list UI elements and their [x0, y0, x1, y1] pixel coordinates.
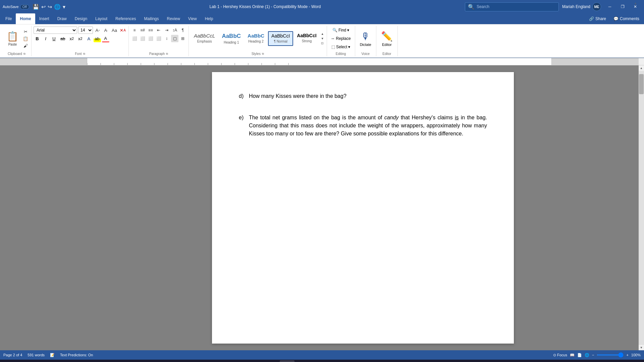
font-case-button[interactable]: Aa — [111, 26, 118, 34]
store-button[interactable]: 🛍 — [172, 360, 186, 362]
styles-expand-button[interactable]: ⊡ — [320, 41, 325, 45]
format-painter-button[interactable]: 🖌 — [22, 42, 29, 49]
tab-help[interactable]: Help — [201, 13, 217, 24]
line-spacing-button[interactable]: ↕ — [163, 35, 170, 42]
editor-button[interactable]: ✏️ Editor — [378, 29, 395, 48]
comments-button[interactable]: 💬 Comments — [610, 15, 643, 22]
autosave-toggle[interactable]: Off — [20, 4, 29, 9]
sort-button[interactable]: ↕A — [171, 26, 178, 34]
tab-mailings[interactable]: Mailings — [140, 13, 163, 24]
tab-design[interactable]: Design — [71, 13, 91, 24]
copy-button[interactable]: 📋 — [22, 35, 29, 42]
explorer-button[interactable]: 📁 — [203, 360, 217, 362]
shading-button[interactable]: ▢ — [171, 35, 178, 42]
clipboard-expand-icon[interactable]: ⧉ — [23, 52, 25, 56]
redo-icon[interactable]: ↪ — [48, 4, 52, 10]
tab-file[interactable]: File — [1, 13, 16, 24]
tab-view[interactable]: View — [184, 13, 201, 24]
style-strong[interactable]: AaBbCcI Strong — [294, 31, 319, 46]
tab-home[interactable]: Home — [16, 13, 35, 24]
notification-button[interactable]: 🔔 — [633, 360, 643, 362]
title-search-box[interactable]: 🔍 — [465, 2, 559, 11]
zoom-in-button[interactable]: + — [626, 353, 628, 357]
start-button[interactable]: ⊞ — [1, 360, 16, 362]
numbering-button[interactable]: ≡# — [139, 26, 146, 34]
justify-button[interactable]: ⬜ — [155, 35, 162, 42]
clock-display[interactable]: 10:11 AM 9/3/2021 — [610, 361, 631, 362]
styles-expand-icon[interactable]: ⧉ — [262, 52, 264, 56]
web-layout-button[interactable]: 🌐 — [585, 353, 589, 357]
styles-scroll-up-button[interactable]: ▲ — [320, 32, 325, 36]
help-button[interactable]: ❓ — [295, 360, 310, 362]
font-shrink-button[interactable]: A- — [102, 26, 110, 34]
decrease-indent-button[interactable]: ⇤ — [155, 26, 162, 34]
print-layout-button[interactable]: 📄 — [577, 353, 582, 357]
restore-button[interactable]: ❐ — [616, 2, 629, 11]
word-button[interactable]: W — [280, 360, 294, 362]
document-page[interactable]: d) How many Kisses were there in the bag… — [212, 72, 514, 344]
style-heading2[interactable]: AaBbC Heading 2 — [245, 31, 267, 46]
find-button[interactable]: 🔍 Find ▾ — [330, 26, 351, 34]
dictate-button[interactable]: 🎙 Dictate — [357, 29, 374, 48]
increase-indent-button[interactable]: ⇥ — [163, 26, 170, 34]
mail-button[interactable]: ✉ — [218, 360, 233, 362]
multilevel-button[interactable]: ≡≡ — [147, 26, 154, 34]
tab-review[interactable]: Review — [163, 13, 184, 24]
align-left-button[interactable]: ⬜ — [131, 35, 138, 42]
italic-button[interactable]: I — [42, 35, 49, 42]
replace-button[interactable]: ↔ Replace — [329, 35, 353, 42]
clear-formatting-button[interactable]: ✕A — [119, 26, 126, 34]
dropdown-arrow-icon[interactable]: ▾ — [63, 4, 65, 10]
globe-icon[interactable]: 🌐 — [54, 4, 61, 10]
read-mode-button[interactable]: 📖 — [570, 353, 575, 357]
edge-button[interactable]: 🌀 — [187, 360, 202, 362]
proofing-icon[interactable]: 📝 — [50, 353, 55, 357]
paste-button[interactable]: 📋 Paste — [4, 29, 21, 48]
select-button[interactable]: ⬚ Select ▾ — [329, 43, 352, 51]
cut-button[interactable]: ✂ — [22, 28, 29, 35]
bullets-button[interactable]: ≡ — [131, 26, 138, 34]
save-icon[interactable]: 💾 — [33, 4, 39, 10]
focus-button[interactable]: ⊙ Focus — [553, 353, 567, 357]
scroll-down-button[interactable]: ▼ — [639, 345, 644, 350]
user-avatar[interactable]: ME — [592, 2, 601, 11]
title-search-input[interactable] — [477, 4, 550, 9]
ribbon-collapse-button[interactable]: ∧ — [632, 0, 639, 7]
widgets-button[interactable]: ▦ — [156, 360, 171, 362]
share-button[interactable]: 🔗 Share — [586, 15, 609, 22]
paragraph-expand-icon[interactable]: ⧉ — [166, 52, 168, 56]
align-center-button[interactable]: ⬜ — [139, 35, 146, 42]
underline-button[interactable]: U — [50, 35, 58, 42]
undo-icon[interactable]: ↩ — [41, 4, 46, 10]
font-size-select[interactable]: 14 — [78, 26, 93, 34]
font-grow-button[interactable]: A+ — [94, 26, 101, 34]
subscript-button[interactable]: x2 — [68, 35, 75, 42]
font-family-select[interactable]: Arial — [34, 26, 77, 34]
style-heading1[interactable]: AaBbC Heading 1 — [219, 31, 244, 46]
font-color-button[interactable]: A — [102, 35, 109, 42]
chrome-button[interactable]: 🌐 — [264, 360, 279, 362]
office-button[interactable]: 📦 — [249, 360, 264, 362]
solitaire-button[interactable]: ♣ — [233, 360, 248, 362]
highlight-button[interactable]: ab — [94, 35, 101, 42]
tab-draw[interactable]: Draw — [53, 13, 71, 24]
borders-button[interactable]: ⊞ — [179, 35, 186, 42]
superscript-button[interactable]: x2 — [76, 35, 84, 42]
font-expand-icon[interactable]: ⧉ — [83, 52, 85, 56]
scroll-thumb[interactable] — [639, 74, 644, 94]
zoom-level[interactable]: 100% — [631, 353, 641, 357]
style-emphasis[interactable]: AaBbCcL Emphasis — [191, 31, 218, 46]
zoom-out-button[interactable]: − — [592, 353, 594, 357]
show-paragraph-button[interactable]: ¶ — [179, 26, 186, 34]
strikethrough-button[interactable]: ab — [59, 35, 67, 42]
zoom-slider[interactable] — [597, 354, 624, 356]
align-right-button[interactable]: ⬜ — [147, 35, 154, 42]
style-normal[interactable]: AaBbCcI ¶ Normal — [268, 31, 293, 46]
styles-scroll-down-button[interactable]: ▼ — [320, 37, 325, 41]
tab-layout[interactable]: Layout — [91, 13, 111, 24]
text-effect-button[interactable]: A — [85, 35, 93, 42]
bold-button[interactable]: B — [34, 35, 41, 42]
minimize-button[interactable]: ─ — [604, 2, 616, 11]
tab-insert[interactable]: Insert — [35, 13, 53, 24]
scroll-up-button[interactable]: ▲ — [639, 65, 644, 71]
